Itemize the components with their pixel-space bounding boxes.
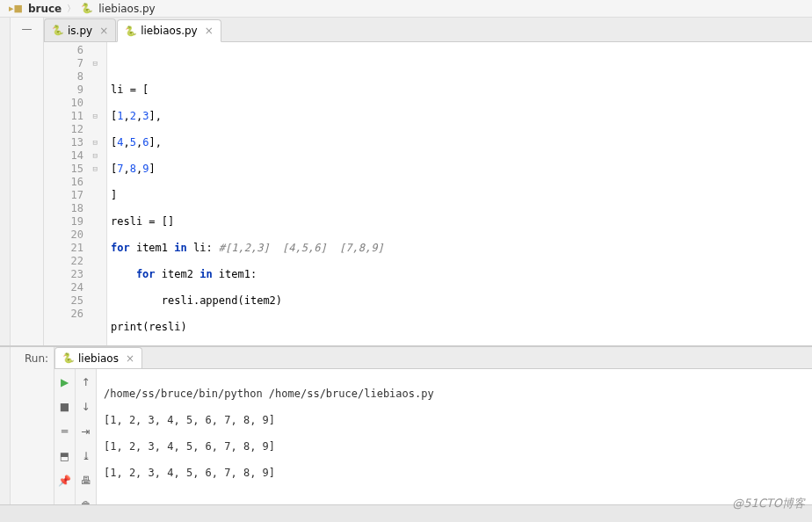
run-panel: Run: 🐍 liebiaos × ▶ ■ ═ ⬒ 📌 ↑ ↓ ⇥ ⤓ 🖶: [0, 346, 812, 504]
watermark: @51CTO博客: [732, 496, 805, 511]
fold-column: ⊟ ⊟ ⊟⊟⊟: [93, 44, 98, 176]
code-line: [1,2,3],: [111, 110, 812, 123]
line-num: 16: [44, 176, 83, 189]
console-output[interactable]: /home/ss/bruce/bin/python /home/ss/bruce…: [97, 369, 812, 522]
code-line: print(resli): [111, 321, 812, 334]
line-num: 22: [44, 255, 83, 268]
console-line: [1, 2, 3, 4, 5, 6, 7, 8, 9]: [104, 440, 805, 453]
python-file-icon: 🐍: [81, 3, 93, 14]
run-tabs: 🐍 liebiaos ×: [54, 347, 812, 369]
left-gutter: [0, 18, 11, 345]
breadcrumb-project[interactable]: bruce: [28, 3, 62, 15]
tab-liebiaos-py[interactable]: 🐍 liebiaos.py ×: [117, 19, 221, 42]
breadcrumb-file[interactable]: liebiaos.py: [98, 3, 155, 15]
line-num: 9: [44, 83, 83, 97]
console-line: [1, 2, 3, 4, 5, 6, 7, 8, 9]: [104, 414, 805, 427]
code-line: [7,8,9]: [111, 163, 812, 176]
code-line: [111, 57, 812, 70]
stop-icon[interactable]: ■: [57, 399, 73, 415]
line-num: 21: [44, 242, 83, 255]
editor-body: 6 7 8 9 10 11 12 13 14 15 16 17 18 19 20…: [44, 42, 812, 345]
close-icon[interactable]: ×: [205, 25, 214, 37]
code-line: li = [: [111, 83, 812, 97]
console-line: /home/ss/bruce/bin/python /home/ss/bruce…: [104, 388, 805, 401]
line-num: 18: [44, 202, 83, 215]
code-editor[interactable]: li = [ [1,2,3], [4,5,6], [7,8,9] ] resli…: [107, 42, 812, 345]
folder-icon: ▸■: [9, 3, 23, 14]
line-num: 17: [44, 189, 83, 202]
editor-area: 🐍 is.py × 🐍 liebiaos.py × 6 7 8 9 10 11 …: [44, 18, 812, 345]
close-icon[interactable]: ×: [126, 352, 134, 365]
python-file-icon: 🐍: [125, 25, 137, 37]
line-num: 12: [44, 123, 83, 136]
breadcrumb: ▸■ bruce 〉 🐍 liebiaos.py: [0, 0, 812, 18]
line-num: 24: [44, 281, 83, 294]
run-tab-label: liebiaos: [78, 352, 119, 365]
project-toolbar: —: [11, 18, 44, 345]
layout-icon[interactable]: ⬒: [57, 448, 73, 464]
minimize-icon[interactable]: —: [19, 21, 35, 37]
breadcrumb-separator: 〉: [67, 3, 76, 15]
tab-bar: 🐍 is.py × 🐍 liebiaos.py ×: [44, 18, 812, 42]
code-line: for item2 in item1:: [111, 268, 812, 281]
console-line: [1, 2, 3, 4, 5, 6, 7, 8, 9]: [104, 467, 805, 480]
status-bar: [0, 504, 812, 522]
line-num: 8: [44, 70, 83, 83]
code-line: for item1 in li: #[1,2,3] [4,5,6] [7,8,9…: [111, 242, 812, 255]
left-gutter: [0, 347, 11, 504]
line-num: 20: [44, 228, 83, 242]
line-num: 6: [44, 44, 83, 57]
tab-label: is.py: [68, 25, 92, 37]
line-num: 14: [44, 149, 83, 163]
arrow-up-icon[interactable]: ↑: [78, 374, 94, 390]
tab-label: liebiaos.py: [141, 25, 197, 37]
play-icon[interactable]: ▶: [57, 374, 73, 390]
code-line: resli.append(item2): [111, 294, 812, 308]
python-file-icon: 🐍: [52, 25, 64, 36]
code-line: ]: [111, 189, 812, 202]
main-area: — 🐍 is.py × 🐍 liebiaos.py × 6 7 8 9 10 1…: [0, 18, 812, 346]
line-num: 7: [44, 57, 83, 70]
line-num: 23: [44, 268, 83, 281]
close-icon[interactable]: ×: [99, 25, 108, 37]
python-file-icon: 🐍: [62, 352, 75, 364]
pin-icon[interactable]: 📌: [57, 473, 73, 489]
run-toolbar-1: ▶ ■ ═ ⬒ 📌: [54, 369, 76, 522]
line-num: 10: [44, 97, 83, 110]
run-tab[interactable]: 🐍 liebiaos ×: [54, 347, 142, 368]
print-icon[interactable]: 🖶: [78, 473, 94, 489]
line-num: 25: [44, 294, 83, 308]
wrap-icon[interactable]: ⇥: [78, 424, 94, 439]
filter-icon[interactable]: ═: [57, 424, 73, 439]
code-line: resli = []: [111, 215, 812, 228]
tab-is-py[interactable]: 🐍 is.py ×: [44, 18, 116, 41]
code-line: [4,5,6],: [111, 136, 812, 149]
run-toolbar-2: ↑ ↓ ⇥ ⤓ 🖶 🗑: [76, 369, 97, 522]
line-num: 15: [44, 163, 83, 176]
run-panel-label: Run:: [11, 347, 54, 504]
line-num: 13: [44, 136, 83, 149]
scroll-icon[interactable]: ⤓: [78, 448, 94, 464]
line-num: 11: [44, 110, 83, 123]
arrow-down-icon[interactable]: ↓: [78, 399, 94, 415]
line-num: 26: [44, 308, 83, 321]
gutter: 6 7 8 9 10 11 12 13 14 15 16 17 18 19 20…: [44, 42, 107, 345]
line-num: 19: [44, 215, 83, 228]
